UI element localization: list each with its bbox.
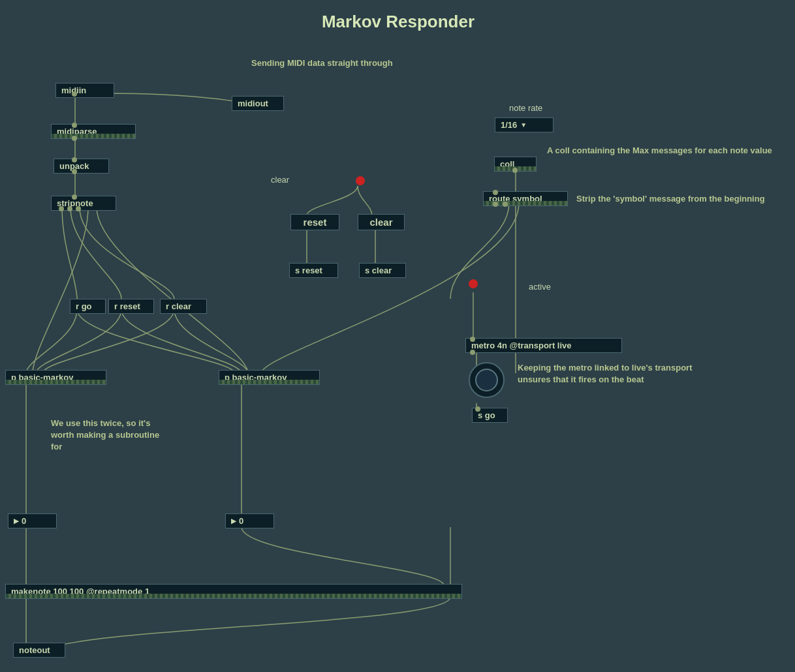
dropdown-arrow: ▼	[520, 121, 527, 129]
port-midiparse-out	[72, 136, 77, 141]
port-stripnote-in	[72, 194, 77, 200]
port-s-go-in	[475, 406, 480, 412]
port-route-in	[493, 190, 498, 195]
port-unpack-out	[72, 169, 77, 174]
port-stripnote-out1	[59, 206, 64, 211]
msg-triangle-left: ▶	[14, 517, 19, 525]
toggle-red[interactable]	[356, 176, 365, 185]
port-route-out1	[493, 202, 498, 207]
comment-metro: Keeping the metro linked to live's trans…	[518, 362, 700, 386]
node-r-clear[interactable]: r clear	[160, 299, 207, 314]
node-s-reset[interactable]: s reset	[289, 263, 338, 278]
port-metro-out	[470, 350, 475, 355]
node-midiin[interactable]: midiin	[55, 83, 114, 98]
msg-0-left[interactable]: ▶ 0	[8, 513, 57, 528]
msg-triangle-right: ▶	[231, 517, 236, 525]
port-stripnote-out2	[67, 206, 72, 211]
port-midiin-out	[72, 91, 77, 97]
port-unpack-in	[72, 157, 77, 162]
label-clear: clear	[271, 175, 289, 185]
node-noteout[interactable]: noteout	[13, 643, 65, 658]
label-note-rate: note rate	[509, 103, 542, 113]
node-s-clear[interactable]: s clear	[359, 263, 406, 278]
node-reset-btn[interactable]: reset	[290, 214, 339, 230]
node-midiout[interactable]: midiout	[232, 96, 284, 111]
msg-0-right[interactable]: ▶ 0	[225, 513, 274, 528]
toggle-active[interactable]	[469, 279, 478, 288]
node-unpack[interactable]: unpack	[54, 159, 109, 174]
metro-inner	[475, 369, 498, 391]
page-title: Markov Responder	[307, 12, 490, 32]
port-midiparse-in	[72, 123, 77, 128]
node-clear-btn[interactable]: clear	[358, 214, 405, 230]
port-coll-out	[512, 168, 518, 173]
port-stripnote-out3	[76, 206, 81, 211]
node-r-reset[interactable]: r reset	[108, 299, 154, 314]
label-active: active	[529, 282, 551, 292]
dropdown-note-rate[interactable]: 1/16 ▼	[495, 117, 553, 132]
node-r-go[interactable]: r go	[70, 299, 106, 314]
node-metro[interactable]: metro 4n @transport live	[465, 338, 622, 353]
comment-route: Strip the 'symbol' message from the begi…	[576, 193, 792, 205]
metro-dial[interactable]	[469, 362, 505, 398]
comment-sending-midi: Sending MIDI data straight through	[251, 57, 408, 69]
comment-subroutine: We use this twice, so it'sworth making a…	[51, 418, 221, 453]
port-metro-in	[470, 337, 475, 342]
comment-coll: A coll containing the Max messages for e…	[547, 145, 782, 157]
port-route-out2	[503, 202, 508, 207]
